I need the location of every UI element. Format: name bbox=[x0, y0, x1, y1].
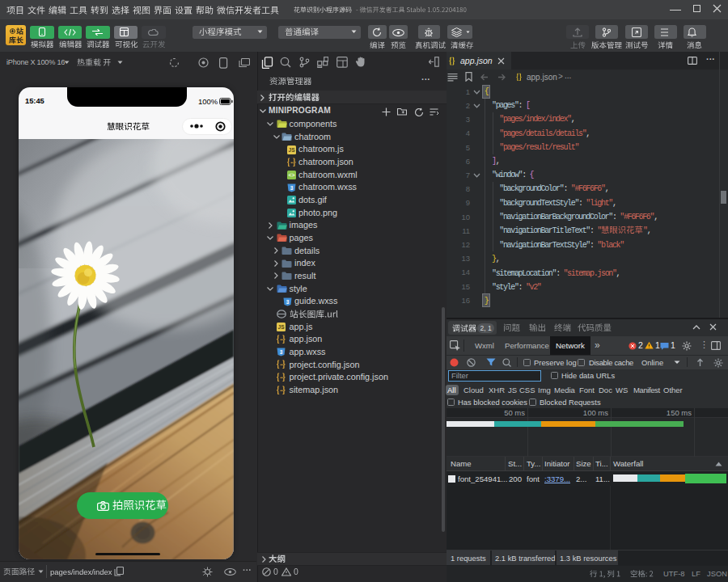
svg-text:<>: <> bbox=[288, 172, 294, 178]
svg-text:JS: JS bbox=[288, 147, 295, 153]
svg-text:3: 3 bbox=[280, 349, 283, 355]
svg-text:3: 3 bbox=[290, 184, 293, 190]
svg-text:3: 3 bbox=[286, 298, 289, 304]
svg-text:JS: JS bbox=[278, 324, 286, 330]
